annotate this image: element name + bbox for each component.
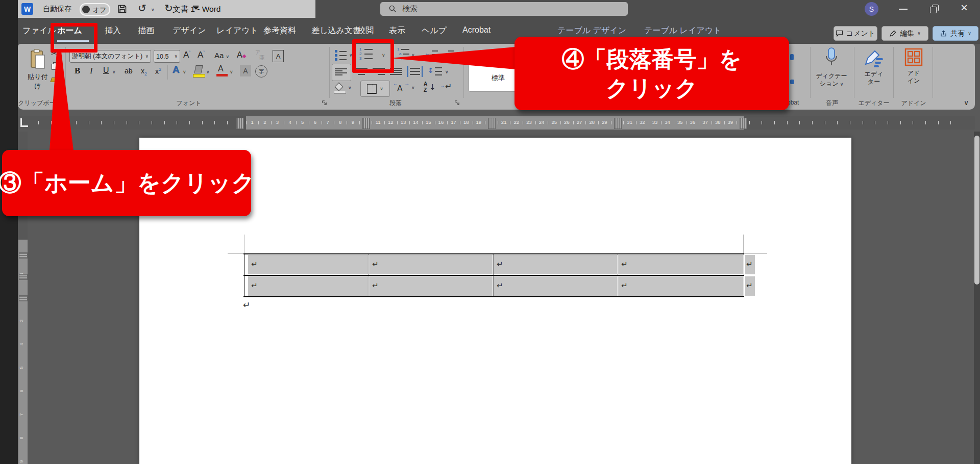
search-box[interactable]: 検索 <box>380 2 628 16</box>
close-button[interactable]: × <box>961 1 968 15</box>
tab-draw[interactable]: 描画 <box>138 25 154 36</box>
bullets-button[interactable] <box>335 49 347 61</box>
bold-button[interactable]: B <box>75 66 80 76</box>
share-button[interactable]: 共有 ∨ <box>933 26 978 41</box>
table-column-marker[interactable] <box>488 118 496 129</box>
borders-button[interactable]: ∨ <box>360 81 390 97</box>
table-row-marker[interactable] <box>19 252 28 259</box>
tab-table-design[interactable]: テーブル デザイン <box>557 25 626 36</box>
tab-view[interactable]: 表示 <box>389 25 405 36</box>
paste-chevron-icon: ∨ <box>27 83 49 87</box>
text-effects-chevron-icon[interactable]: ∨ <box>183 70 186 74</box>
table-cell[interactable]: ↵ <box>618 276 743 296</box>
cell-paragraph-mark: ↵ <box>251 282 258 290</box>
shrink-font-button[interactable]: Aˇ <box>198 50 205 60</box>
redo-icon[interactable]: ↻ <box>164 2 173 14</box>
undo-chevron-icon[interactable]: ∨ <box>151 8 155 12</box>
ruler-tick <box>950 121 951 124</box>
collapse-ribbon-chevron-icon[interactable]: ∨ <box>964 99 969 106</box>
ruler-number: 15 <box>424 119 432 125</box>
tab-references[interactable]: 参考資料 <box>263 25 296 36</box>
tab-selector[interactable] <box>20 118 28 127</box>
table-row-marker[interactable] <box>19 274 28 280</box>
tab-review[interactable]: 校閲 <box>357 25 374 36</box>
ruler-tick <box>900 121 901 124</box>
shading-chevron-icon[interactable]: ∨ <box>348 86 352 90</box>
clear-formatting-button[interactable]: A◆ <box>237 50 246 60</box>
font-dialog-launcher-icon[interactable] <box>322 100 327 105</box>
autosave-toggle[interactable]: オフ <box>80 3 110 16</box>
dictation-button[interactable]: ディクテー ション ∨ <box>814 47 849 93</box>
superscript-button[interactable]: x2 <box>155 67 161 75</box>
table-row-marker[interactable] <box>19 295 28 301</box>
table-cell[interactable]: ↵ <box>494 255 617 274</box>
change-case-button[interactable]: Aa ∨ <box>214 51 229 60</box>
addins-button[interactable]: アド イン <box>898 47 929 93</box>
table-column-marker[interactable] <box>614 118 622 129</box>
tab-help[interactable]: ヘルプ <box>422 25 447 36</box>
sort-button[interactable]: A Z ↓ <box>424 82 437 95</box>
undo-icon[interactable]: ↺ <box>138 2 146 14</box>
autosave-state: オフ <box>93 6 107 15</box>
shading-button[interactable] <box>334 83 346 94</box>
word-app-icon[interactable]: W <box>21 3 33 15</box>
table-cell[interactable]: ↵ <box>618 255 743 274</box>
font-color-chevron-icon[interactable]: ∨ <box>230 70 233 74</box>
tab-table-layout[interactable]: テーブル レイアウト <box>644 25 721 36</box>
table-cell[interactable]: ↵ <box>494 276 617 296</box>
callout-step3: ③「ホーム」をクリック <box>2 150 251 216</box>
highlight-color-button[interactable] <box>193 65 204 78</box>
left-edge-strip <box>0 0 18 464</box>
strikethrough-button[interactable]: ab <box>125 67 133 75</box>
grow-font-button[interactable]: Aˆ <box>183 50 190 60</box>
editing-mode-button[interactable]: 編集 ∨ <box>881 26 928 41</box>
paragraph-dialog-launcher-icon[interactable] <box>454 100 459 105</box>
ruler-number: 38 <box>714 119 722 125</box>
formatting-marks-button[interactable]: → ↵ <box>440 82 454 95</box>
italic-button[interactable]: I <box>90 66 93 76</box>
character-border-button[interactable]: A <box>273 50 284 62</box>
comments-button[interactable]: コメント <box>834 26 877 41</box>
tab-mailings[interactable]: 差し込み文書 <box>311 25 361 36</box>
table-cell[interactable]: ↵ <box>248 255 368 274</box>
word-window: W 自動保存 オフ ↺ ∨ ↻ 文書 1 - Word 検索 S × ファイル … <box>0 0 980 464</box>
editor-button[interactable]: エディ ター <box>859 47 889 93</box>
underline-chevron-icon[interactable]: ∨ <box>112 70 116 74</box>
avatar[interactable]: S <box>865 2 878 16</box>
enclose-characters-button[interactable]: 字 <box>255 65 267 78</box>
tab-design[interactable]: デザイン <box>173 25 206 36</box>
vertical-scrollbar-thumb[interactable] <box>974 136 979 285</box>
font-color-button[interactable]: A <box>216 64 228 78</box>
minimize-button[interactable] <box>899 9 908 10</box>
line-spacing-button[interactable]: ↕ <box>429 66 443 78</box>
save-icon[interactable] <box>117 4 128 14</box>
tab-acrobat[interactable]: Acrobat <box>462 25 491 35</box>
subscript-button[interactable]: x2 <box>141 67 147 76</box>
character-scaling-button[interactable]: ← → A <box>394 82 409 95</box>
ruler-tick <box>712 121 712 124</box>
ruler-number: 5 <box>299 119 307 125</box>
tab-insert[interactable]: 挿入 <box>105 25 121 36</box>
character-scaling-chevron-icon[interactable]: ∨ <box>411 86 415 90</box>
table-column-marker[interactable] <box>236 118 244 129</box>
align-left-button[interactable] <box>332 64 351 81</box>
table-cell[interactable]: ↵ <box>248 276 368 296</box>
multilevel-list-button[interactable]: 1 a i <box>397 48 411 62</box>
character-shading-button[interactable]: A <box>240 65 251 76</box>
paste-button[interactable]: 貼り付け ∨ <box>27 48 49 91</box>
tab-layout[interactable]: レイアウト <box>216 25 258 36</box>
table-column-marker[interactable] <box>740 118 747 129</box>
highlight-chevron-icon[interactable]: ∨ <box>206 70 210 74</box>
restore-button[interactable] <box>930 5 939 13</box>
toggle-knob <box>82 6 90 13</box>
underline-button[interactable]: U <box>103 66 109 75</box>
ruler-tick <box>284 121 284 124</box>
line-spacing-chevron-icon[interactable]: ∨ <box>445 70 449 74</box>
distribute-button[interactable] <box>407 66 423 78</box>
text-effects-button[interactable]: A <box>173 64 180 75</box>
table-column-marker[interactable] <box>362 118 370 129</box>
table-cell[interactable]: ↵ <box>369 276 493 296</box>
phonetic-guide-button[interactable]: ア 亜 <box>255 49 266 62</box>
font-size-combo[interactable]: 10.5 ∨ <box>154 50 180 63</box>
table-cell[interactable]: ↵ <box>369 255 493 274</box>
